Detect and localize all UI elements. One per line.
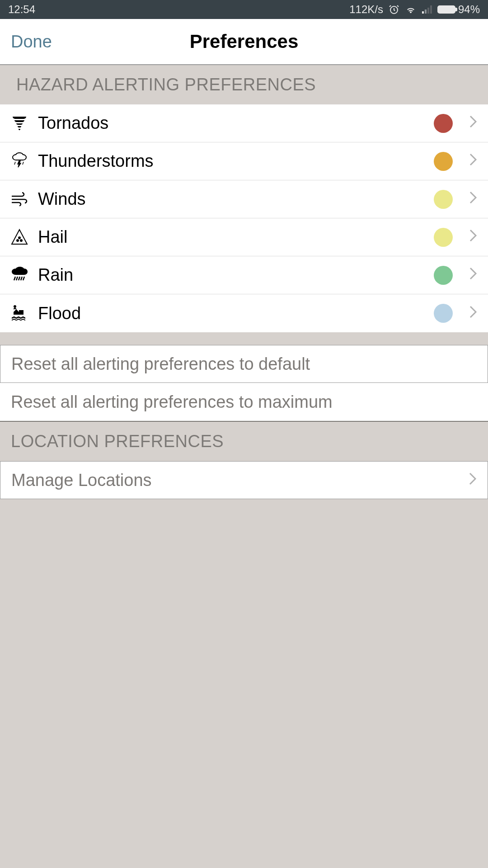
svg-point-8 <box>14 305 16 308</box>
action-label: Reset all alerting preferences to maximu… <box>11 392 477 412</box>
hazard-row-thunderstorms[interactable]: Thunderstorms <box>0 142 488 180</box>
hail-icon <box>8 226 31 249</box>
hazard-row-flood[interactable]: Flood <box>0 294 488 332</box>
network-speed: 112K/s <box>349 3 383 16</box>
hazard-row-hail[interactable]: Hail <box>0 218 488 256</box>
svg-rect-3 <box>427 8 429 14</box>
wifi-icon <box>405 5 417 14</box>
spacer <box>0 332 488 345</box>
svg-point-7 <box>19 237 20 239</box>
chevron-right-icon <box>469 472 477 489</box>
thunderstorm-icon <box>8 150 31 173</box>
chevron-right-icon <box>469 267 477 283</box>
section-header-hazard: HAZARD ALERTING PREFERENCES <box>0 65 488 104</box>
status-time: 12:54 <box>8 3 35 16</box>
action-label: Reset all alerting preferences to defaul… <box>11 354 477 374</box>
wind-icon <box>8 188 31 211</box>
chevron-right-icon <box>469 153 477 170</box>
battery-percent: 94% <box>458 3 480 16</box>
rain-icon <box>8 264 31 287</box>
status-dot <box>434 304 453 323</box>
hazard-row-rain[interactable]: Rain <box>0 256 488 294</box>
hazard-label: Winds <box>38 189 434 209</box>
svg-rect-2 <box>425 9 427 14</box>
svg-rect-1 <box>422 11 424 14</box>
done-button[interactable]: Done <box>11 32 52 52</box>
hazard-label: Rain <box>38 265 434 285</box>
status-dot <box>434 266 453 285</box>
signal-icon <box>422 5 432 14</box>
reset-max-button[interactable]: Reset all alerting preferences to maximu… <box>0 383 488 421</box>
status-dot <box>434 228 453 247</box>
hazard-list: Tornados Thunderstorms Winds Hail <box>0 104 488 332</box>
battery-indicator: 94% <box>437 3 480 16</box>
flood-icon <box>8 302 31 325</box>
alarm-icon <box>389 4 399 15</box>
chevron-right-icon <box>469 191 477 208</box>
status-right: 112K/s 94% <box>349 3 480 16</box>
status-dot <box>434 152 453 171</box>
section-header-location: LOCATION PREFRENCES <box>0 422 488 461</box>
hazard-label: Thunderstorms <box>38 151 434 171</box>
svg-point-6 <box>20 240 22 241</box>
chevron-right-icon <box>469 115 477 132</box>
status-dot <box>434 114 453 133</box>
tornado-icon <box>8 112 31 135</box>
hazard-label: Flood <box>38 304 434 323</box>
page-title: Preferences <box>190 31 299 52</box>
svg-point-5 <box>17 240 19 241</box>
hazard-label: Hail <box>38 227 434 247</box>
hazard-label: Tornados <box>38 113 434 133</box>
reset-default-button[interactable]: Reset all alerting preferences to defaul… <box>0 345 488 383</box>
status-dot <box>434 190 453 209</box>
chevron-right-icon <box>469 229 477 245</box>
action-label: Manage Locations <box>11 471 469 490</box>
status-bar: 12:54 112K/s 94% <box>0 0 488 19</box>
battery-icon <box>437 5 455 14</box>
manage-locations-button[interactable]: Manage Locations <box>0 461 488 499</box>
nav-bar: Done Preferences <box>0 19 488 65</box>
hazard-row-tornados[interactable]: Tornados <box>0 104 488 142</box>
svg-rect-4 <box>430 5 432 14</box>
hazard-row-winds[interactable]: Winds <box>0 180 488 218</box>
chevron-right-icon <box>469 305 477 322</box>
